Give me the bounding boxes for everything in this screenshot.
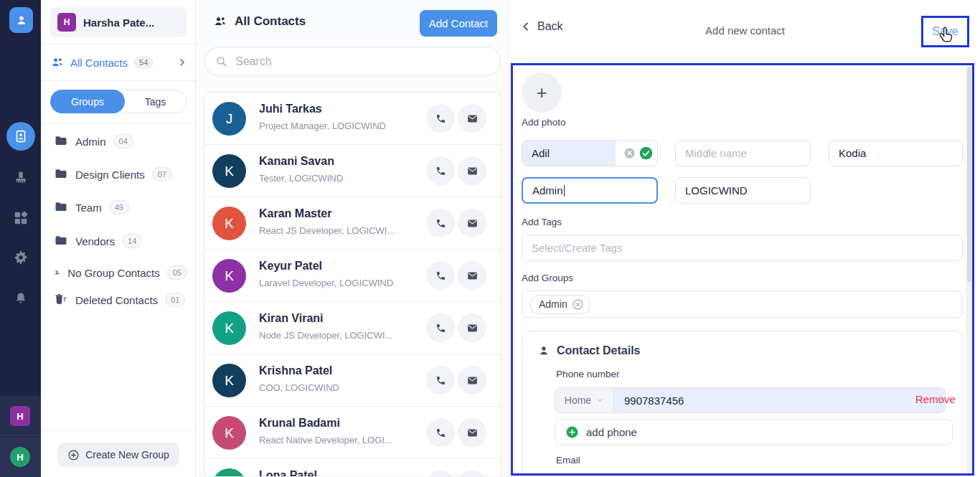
add-contact-panel: Back Add new contact Save + Add photo Ad… xyxy=(510,0,980,477)
call-button[interactable] xyxy=(426,418,455,447)
phone-type-select[interactable]: Home xyxy=(555,387,614,413)
search-input[interactable] xyxy=(235,55,490,68)
add-contact-button[interactable]: Add Contact xyxy=(420,10,497,37)
email-button[interactable] xyxy=(458,313,486,342)
contacts-nav-icon[interactable] xyxy=(6,122,35,151)
group-chip-label: Admin xyxy=(539,298,567,310)
contact-list: J Juhi Tarkas Project Manager, LOGICWIND… xyxy=(204,92,501,477)
tags-input[interactable] xyxy=(522,235,963,261)
avatar: K xyxy=(212,416,246,450)
user-avatar[interactable]: H xyxy=(10,447,30,467)
email-button[interactable] xyxy=(458,156,486,185)
clear-icon[interactable] xyxy=(623,146,636,160)
sidebar-item-all-contacts[interactable]: All Contacts 54 xyxy=(50,52,188,73)
divider xyxy=(41,123,196,123)
chevron-right-icon[interactable] xyxy=(176,57,188,68)
tab-tags[interactable]: Tags xyxy=(125,90,186,113)
sidebar-item-group-design-clients[interactable]: Design Clients 07 xyxy=(54,165,187,184)
call-button[interactable] xyxy=(426,156,455,185)
call-button[interactable] xyxy=(426,209,455,237)
first-name-field[interactable]: Adil xyxy=(522,140,658,166)
tab-groups[interactable]: Groups xyxy=(50,90,125,113)
profile-chip[interactable]: H Harsha Pate... xyxy=(50,7,187,37)
page-title: All Contacts xyxy=(235,14,306,29)
call-button[interactable] xyxy=(426,261,455,290)
search-icon xyxy=(215,55,228,68)
contact-row[interactable]: K Krishna Patel COO, LOGICWIND xyxy=(205,354,501,407)
group-label: Deleted Contacts xyxy=(75,294,158,306)
sidebar-item-group-vendors[interactable]: Vendors 14 xyxy=(54,232,187,250)
contact-row[interactable]: L Lopa Patel xyxy=(205,459,501,477)
add-groups-label: Add Groups xyxy=(522,273,573,283)
first-name-value: Adil xyxy=(532,147,550,159)
email-button[interactable] xyxy=(458,209,486,237)
call-button[interactable] xyxy=(426,471,455,477)
email-button[interactable] xyxy=(458,471,486,477)
group-count-badge: 14 xyxy=(122,234,142,248)
call-button[interactable] xyxy=(426,313,455,342)
sidebar-item-deleted-contacts[interactable]: Deleted Contacts 01 xyxy=(54,291,187,309)
sidebar-item-group-team[interactable]: Team 49 xyxy=(54,198,187,217)
contacts-app-logo-icon[interactable] xyxy=(9,7,33,33)
sidebar-item-group-admin[interactable]: Admin 04 xyxy=(54,132,187,151)
call-button[interactable] xyxy=(426,104,455,133)
job-title-field[interactable]: Admin xyxy=(522,177,658,204)
contact-row[interactable]: K Kiran Virani Node JS Developer, LOGICW… xyxy=(205,302,501,354)
company-field[interactable] xyxy=(675,177,811,204)
contact-row[interactable]: K Karan Master React JS Developer, LOGIC… xyxy=(205,197,501,250)
email-label: Email xyxy=(556,455,580,466)
bell-icon[interactable] xyxy=(11,289,30,308)
group-chip-admin: Admin xyxy=(529,295,590,314)
widgets-icon[interactable] xyxy=(11,209,30,227)
contact-name: Keyur Patel xyxy=(259,260,322,273)
contact-row[interactable]: K Kanani Savan Tester, LOGICWIND xyxy=(205,145,501,197)
create-new-group-button[interactable]: Create New Group xyxy=(57,443,179,467)
contact-subtitle: Tester, LOGICWIND xyxy=(259,173,343,184)
gear-icon[interactable] xyxy=(11,248,30,267)
email-button[interactable] xyxy=(458,261,486,290)
valid-check-icon xyxy=(639,146,654,161)
group-label: Team xyxy=(75,202,102,214)
groups-input[interactable]: Admin xyxy=(522,291,963,318)
create-new-group-label: Create New Group xyxy=(85,449,169,461)
email-button[interactable] xyxy=(458,418,486,447)
save-button[interactable]: Save xyxy=(921,16,969,47)
plus-circle-icon xyxy=(67,449,80,461)
plus-circle-icon xyxy=(565,425,579,439)
contact-details-title: Contact Details xyxy=(557,344,640,357)
person-slash-icon xyxy=(54,265,60,280)
phone-number-input[interactable]: 9907837456 xyxy=(614,387,946,413)
middle-name-field[interactable] xyxy=(675,140,811,166)
email-button[interactable] xyxy=(458,104,486,133)
group-count-badge: 05 xyxy=(167,265,187,280)
group-label: No Group Contacts xyxy=(67,267,159,279)
divider xyxy=(41,80,196,81)
phone-type-value: Home xyxy=(565,395,591,406)
contact-name: Juhi Tarkas xyxy=(259,103,322,115)
page-title: Add new contact xyxy=(510,24,980,37)
call-button[interactable] xyxy=(426,366,455,395)
last-name-field[interactable] xyxy=(829,140,963,166)
add-photo-button[interactable]: + xyxy=(522,72,562,113)
search-box xyxy=(204,47,501,76)
brush-icon[interactable] xyxy=(11,169,30,187)
scrollbar-thumb[interactable] xyxy=(967,67,971,282)
contact-row[interactable]: K Keyur Patel Laravel Developer, LOGICWI… xyxy=(205,250,501,302)
folder-icon xyxy=(54,200,68,214)
remove-phone-link[interactable]: Remove xyxy=(915,393,956,405)
save-label: Save xyxy=(932,25,958,38)
contact-name: Krunal Badami xyxy=(259,417,340,430)
avatar: K xyxy=(212,154,246,188)
contact-row[interactable]: J Juhi Tarkas Project Manager, LOGICWIND xyxy=(205,93,501,145)
contact-name: Kanani Savan xyxy=(259,155,334,168)
remove-chip-icon[interactable] xyxy=(572,298,584,311)
group-count-badge: 04 xyxy=(113,134,133,148)
email-button[interactable] xyxy=(458,366,486,395)
workspace-avatar[interactable]: H xyxy=(10,406,30,426)
sidebar-item-no-group-contacts[interactable]: No Group Contacts 05 xyxy=(54,263,187,282)
plus-icon: + xyxy=(536,82,547,104)
contact-subtitle: React JS Developer, LOGICWI... xyxy=(259,225,395,236)
add-phone-button[interactable]: add phone xyxy=(555,419,953,445)
contact-subtitle: Node JS Developer, LOGICWI... xyxy=(259,330,392,341)
contact-row[interactable]: K Krunal Badami React Native Developer, … xyxy=(205,407,501,459)
